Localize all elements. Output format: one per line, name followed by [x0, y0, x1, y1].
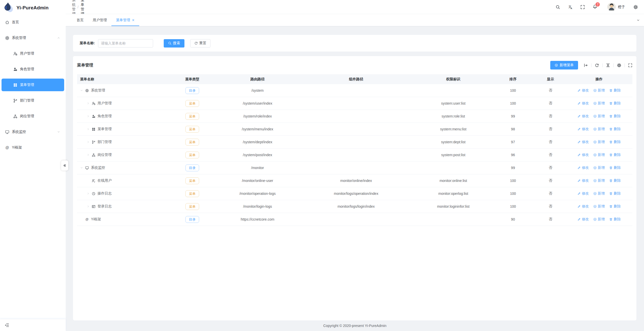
sidebar-item-system[interactable]: 系统管理 [2, 32, 64, 44]
table-row[interactable]: 角色管理 菜单 /system/role/index system:role:l… [77, 110, 632, 123]
tabs-more-chevron-icon[interactable] [636, 18, 640, 22]
grid-icon [92, 127, 96, 131]
add-link[interactable]: 新增 [593, 127, 605, 131]
app-logo[interactable]: Yi-PureAdmin [0, 0, 66, 16]
table-row[interactable]: 系统管理 目录 /system 100 否 修改 新增 删除 [77, 84, 632, 97]
tree-expand-icon[interactable] [87, 102, 90, 105]
tree-expand-icon[interactable] [87, 179, 90, 182]
edit-link[interactable]: 修改 [577, 127, 589, 131]
sidebar-collapse-button[interactable] [61, 160, 68, 171]
add-link[interactable]: 新增 [593, 101, 605, 106]
show-flag: 否 [535, 114, 566, 119]
sidebar-item-role[interactable]: 角色管理 [2, 63, 64, 76]
delete-link[interactable]: 删除 [609, 191, 621, 196]
add-link[interactable]: 新增 [593, 178, 605, 183]
username[interactable]: 橙子 [618, 5, 625, 9]
delete-link[interactable]: 删除 [609, 166, 621, 170]
add-link[interactable]: 新增 [593, 140, 605, 144]
post-icon [13, 114, 17, 119]
table-row[interactable]: 系统监控 目录 /monitor 99 否 修改 新增 删除 [77, 161, 632, 174]
expandcol-icon[interactable] [584, 63, 588, 67]
avatar[interactable] [607, 3, 616, 11]
menu-table-card: 菜单管理 新增菜单 菜单名称菜单类型路由路径组件路径权限标识排序显示操作 系统管… [73, 56, 636, 320]
tree-expand-icon[interactable] [80, 89, 83, 92]
edit-link[interactable]: 修改 [577, 88, 589, 93]
table-row[interactable]: 菜单管理 菜单 /system/menu/index system:menu:l… [77, 123, 632, 136]
add-link[interactable]: 新增 [593, 191, 605, 196]
table-row[interactable]: 操作日志 菜单 /monitor/operation-logs monitor/… [77, 187, 632, 200]
tab-首页[interactable]: 首页 [72, 14, 88, 26]
search-icon[interactable] [556, 5, 560, 9]
edit-link[interactable]: 修改 [577, 101, 589, 106]
edit-link[interactable]: 修改 [577, 217, 589, 222]
delete-link[interactable]: 删除 [609, 217, 621, 222]
search-button[interactable]: 搜索 [164, 39, 184, 48]
edit-link[interactable]: 修改 [577, 153, 589, 157]
fullscreen-icon[interactable] [580, 5, 585, 9]
menu-name: 岗位管理 [98, 153, 112, 157]
delete-link[interactable]: 删除 [609, 127, 621, 131]
table-row[interactable]: 在线用户 菜单 /monitor/online-user monitor/onl… [77, 174, 632, 187]
sort-value: 100 [491, 204, 535, 208]
panel-header-actions: 新增菜单 [550, 61, 632, 69]
delete-link[interactable]: 删除 [609, 178, 621, 183]
table-row[interactable]: 用户管理 菜单 /system/user/index system:user:l… [77, 97, 632, 110]
sidebar-item-dept[interactable]: 部门管理 [2, 94, 64, 107]
sidebar-item-yi[interactable]: @ Yi框架 [2, 141, 64, 154]
tree-expand-icon[interactable] [80, 166, 83, 169]
sidebar-item-user[interactable]: 用户管理 [2, 47, 64, 60]
delete-link[interactable]: 删除 [609, 140, 621, 144]
menu-name: 在线用户 [98, 178, 112, 183]
edit-link[interactable]: 修改 [577, 166, 589, 170]
sidebar-item-home[interactable]: 首页 [2, 16, 64, 29]
breadcrumb-item-system[interactable]: 系统管理 [72, 0, 75, 16]
add-link[interactable]: 新增 [593, 166, 605, 170]
table-row[interactable]: 登录日志 菜单 /monitor/login-logs monitor/logs… [77, 200, 632, 213]
reset-button[interactable]: 重置 [190, 39, 210, 48]
gear-icon[interactable] [617, 63, 621, 67]
tree-expand-icon[interactable] [87, 153, 90, 156]
tab-菜单管理[interactable]: 菜单管理 [111, 14, 139, 26]
edit-link[interactable]: 修改 [577, 191, 589, 196]
tree-expand-icon[interactable] [87, 205, 90, 208]
notifications-button[interactable]: 7 [593, 4, 597, 10]
fullscreen-icon[interactable] [628, 63, 632, 67]
menu-fold-icon[interactable] [5, 323, 9, 327]
translate-icon[interactable]: 文A [568, 5, 573, 9]
settings-gear-icon[interactable] [633, 5, 638, 9]
delete-link[interactable]: 删除 [609, 114, 621, 119]
tree-expand-icon[interactable] [87, 128, 90, 131]
table-row[interactable]: 部门管理 菜单 /system/dept/index system:dept:l… [77, 136, 632, 149]
sidebar-item-monitor[interactable]: 系统监控 [2, 126, 64, 138]
edit-link[interactable]: 修改 [577, 178, 589, 183]
add-link[interactable]: 新增 [593, 217, 605, 222]
close-icon[interactable] [132, 19, 135, 21]
table-row[interactable]: @ Yi框架 目录 https://ccnetcore.com 90 否 修改 … [77, 213, 632, 226]
menu-name-input[interactable] [98, 39, 153, 48]
edit-link[interactable]: 修改 [577, 140, 589, 144]
sidebar-item-menu[interactable]: 菜单管理 [2, 79, 64, 91]
add-link[interactable]: 新增 [593, 114, 605, 119]
tree-expand-icon[interactable] [87, 192, 90, 195]
tree-expand-icon[interactable] [80, 218, 83, 221]
edit-link[interactable]: 修改 [577, 204, 589, 209]
tree-expand-icon[interactable] [87, 115, 90, 118]
toolbar-divider [613, 63, 614, 67]
density-icon[interactable] [606, 63, 610, 67]
add-link[interactable]: 新增 [593, 88, 605, 93]
add-link[interactable]: 新增 [593, 153, 605, 157]
add-link[interactable]: 新增 [593, 204, 605, 209]
sidebar-item-post[interactable]: 岗位管理 [2, 110, 64, 123]
add-menu-button[interactable]: 新增菜单 [550, 61, 578, 69]
delete-link[interactable]: 删除 [609, 204, 621, 209]
chevron-icon [57, 36, 60, 39]
delete-link[interactable]: 删除 [609, 101, 621, 106]
delete-link[interactable]: 删除 [609, 153, 621, 157]
tab-用户管理[interactable]: 用户管理 [88, 14, 111, 26]
tree-expand-icon[interactable] [87, 140, 90, 144]
table-row[interactable]: 岗位管理 菜单 /system/post/index system:post:l… [77, 149, 632, 161]
delete-link[interactable]: 删除 [609, 88, 621, 93]
refresh-icon[interactable] [595, 63, 599, 67]
menu-name: 操作日志 [98, 191, 112, 196]
edit-link[interactable]: 修改 [577, 114, 589, 119]
